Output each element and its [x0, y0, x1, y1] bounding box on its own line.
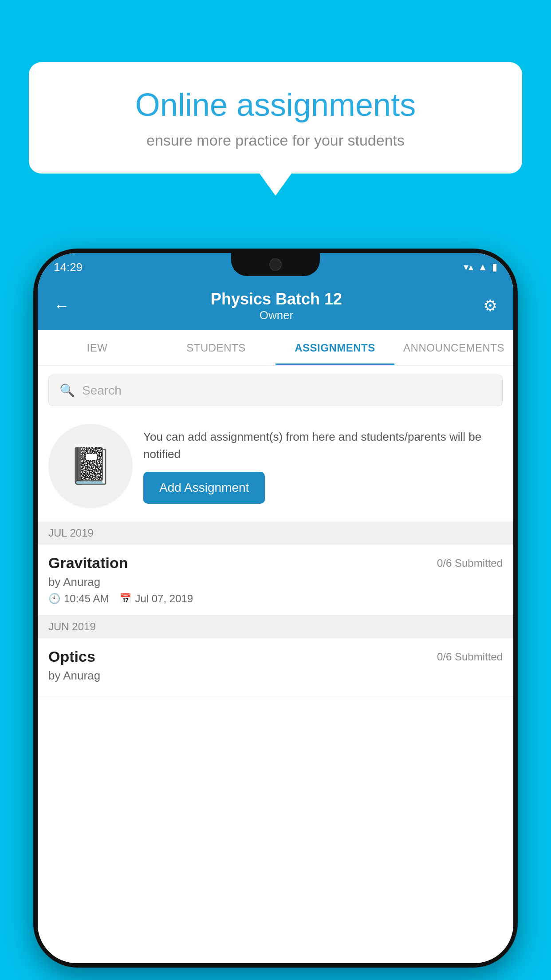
section-jul-2019: JUL 2019: [38, 522, 513, 545]
phone-notch: [231, 253, 320, 276]
calendar-icon: 📅: [119, 593, 131, 605]
wifi-icon: ▾▴: [464, 261, 473, 273]
assignment-gravitation-submitted: 0/6 Submitted: [437, 557, 503, 569]
speech-bubble-subtitle: ensure more practice for your students: [55, 132, 496, 149]
phone-frame: 14:29 ▾▴ ▲ ▮ ← Physics Batch 12 Owner ⚙ …: [33, 249, 518, 968]
status-icons: ▾▴ ▲ ▮: [464, 261, 497, 273]
promo-text: You can add assignment(s) from here and …: [143, 428, 503, 463]
assignment-optics-title: Optics: [48, 648, 95, 665]
phone-screen: 14:29 ▾▴ ▲ ▮ ← Physics Batch 12 Owner ⚙ …: [38, 253, 513, 963]
assignment-gravitation[interactable]: Gravitation 0/6 Submitted by Anurag 🕙 10…: [38, 545, 513, 615]
promo-right: You can add assignment(s) from here and …: [143, 428, 503, 504]
assignment-gravitation-header: Gravitation 0/6 Submitted: [48, 554, 503, 572]
header-title: Physics Batch 12: [70, 290, 483, 308]
assignment-optics-header: Optics 0/6 Submitted: [48, 648, 503, 665]
phone-camera: [269, 258, 282, 271]
speech-bubble-arrow: [260, 174, 291, 196]
speech-bubble-title: Online assignments: [55, 87, 496, 123]
assignment-gravitation-meta: 🕙 10:45 AM 📅 Jul 07, 2019: [48, 593, 503, 605]
assignment-gravitation-time: 🕙 10:45 AM: [48, 593, 109, 605]
speech-bubble-container: Online assignments ensure more practice …: [29, 62, 522, 196]
signal-icon: ▲: [478, 261, 488, 273]
notebook-icon: 📓: [68, 445, 113, 487]
status-time: 14:29: [54, 261, 83, 274]
assignment-optics-submitted: 0/6 Submitted: [437, 651, 503, 663]
settings-icon[interactable]: ⚙: [483, 296, 497, 315]
tab-announcements[interactable]: ANNOUNCEMENTS: [394, 330, 513, 365]
search-bar[interactable]: 🔍 Search: [48, 375, 503, 406]
assignment-gravitation-title: Gravitation: [48, 554, 128, 572]
tab-students[interactable]: STUDENTS: [157, 330, 276, 365]
search-placeholder: Search: [82, 383, 122, 398]
assignment-optics[interactable]: Optics 0/6 Submitted by Anurag: [38, 638, 513, 696]
tabs-bar: IEW STUDENTS ASSIGNMENTS ANNOUNCEMENTS: [38, 330, 513, 366]
promo-section: 📓 You can add assignment(s) from here an…: [38, 415, 513, 522]
add-assignment-button[interactable]: Add Assignment: [143, 472, 265, 504]
app-header: ← Physics Batch 12 Owner ⚙: [38, 281, 513, 330]
phone-content: 🔍 Search 📓 You can add assignment(s) fro…: [38, 366, 513, 963]
search-icon: 🔍: [59, 383, 75, 398]
tab-assignments[interactable]: ASSIGNMENTS: [276, 330, 394, 365]
assignment-gravitation-date: 📅 Jul 07, 2019: [119, 593, 193, 605]
section-jun-2019: JUN 2019: [38, 615, 513, 638]
assignment-gravitation-by: by Anurag: [48, 575, 503, 589]
back-button[interactable]: ←: [54, 296, 70, 315]
assignment-optics-by: by Anurag: [48, 669, 503, 683]
header-subtitle: Owner: [70, 308, 483, 322]
speech-bubble: Online assignments ensure more practice …: [29, 62, 522, 174]
battery-icon: ▮: [492, 261, 497, 273]
promo-icon-circle: 📓: [48, 424, 133, 508]
clock-icon: 🕙: [48, 593, 60, 605]
header-center: Physics Batch 12 Owner: [70, 290, 483, 322]
tab-iew[interactable]: IEW: [38, 330, 157, 365]
